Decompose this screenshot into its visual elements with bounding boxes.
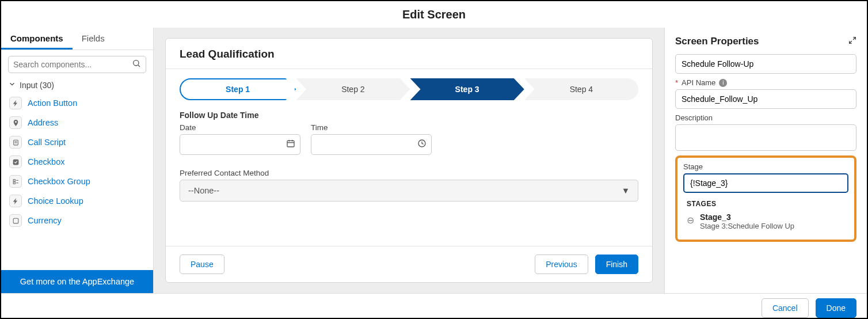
description-label: Description bbox=[675, 113, 856, 122]
properties-panel: Screen Properties API Name i Description… bbox=[664, 28, 867, 293]
api-name-label: API Name i bbox=[675, 78, 856, 87]
stage-node-icon: ⊖ bbox=[687, 215, 694, 226]
component-label: Currency bbox=[28, 216, 62, 225]
stage-option-subtitle: Stage 3:Schedule Follow Up bbox=[700, 222, 794, 230]
left-panel: Components Fields Input (30) bbox=[1, 28, 154, 293]
info-icon[interactable]: i bbox=[719, 79, 727, 87]
chevron-down-icon bbox=[8, 80, 16, 90]
svg-rect-11 bbox=[287, 140, 294, 147]
component-call-script[interactable]: Call Script bbox=[6, 132, 149, 152]
svg-line-17 bbox=[850, 41, 852, 43]
component-currency[interactable]: Currency bbox=[6, 211, 149, 230]
stage-option-title: Stage_3 bbox=[700, 212, 794, 222]
date-input-wrap[interactable] bbox=[180, 134, 300, 155]
previous-button[interactable]: Previous bbox=[535, 255, 588, 274]
tab-components[interactable]: Components bbox=[1, 28, 73, 50]
time-input[interactable] bbox=[316, 140, 417, 149]
svg-rect-10 bbox=[13, 218, 18, 223]
properties-header: Screen Properties bbox=[675, 36, 759, 47]
caret-down-icon: ▼ bbox=[622, 186, 630, 195]
date-input[interactable] bbox=[185, 140, 286, 149]
component-checkbox-group[interactable]: Checkbox Group bbox=[6, 172, 149, 191]
search-input-wrap[interactable] bbox=[8, 56, 146, 73]
contact-method-value: --None-- bbox=[188, 186, 219, 195]
search-input[interactable] bbox=[13, 60, 132, 69]
tab-fields[interactable]: Fields bbox=[73, 28, 114, 50]
path-step-2[interactable]: Step 2 bbox=[296, 78, 410, 100]
calendar-icon bbox=[286, 139, 295, 150]
label-input[interactable] bbox=[675, 54, 856, 74]
expand-icon[interactable] bbox=[848, 36, 856, 47]
modal-title: Edit Screen bbox=[1, 1, 867, 28]
finish-button[interactable]: Finish bbox=[595, 255, 638, 274]
screen-title: Lead Qualification bbox=[166, 39, 652, 69]
followup-section-label: Follow Up Date Time bbox=[180, 111, 638, 120]
component-label: Address bbox=[28, 118, 58, 127]
component-label: Action Button bbox=[28, 98, 77, 108]
component-label: Call Script bbox=[28, 138, 66, 147]
stage-label: Stage bbox=[683, 162, 848, 171]
clock-icon bbox=[417, 139, 427, 150]
stage-dropdown-header: STAGES bbox=[683, 198, 848, 210]
cancel-button[interactable]: Cancel bbox=[762, 298, 809, 318]
path-step-3[interactable]: Step 3 bbox=[410, 78, 524, 100]
check-icon bbox=[9, 155, 22, 168]
search-icon bbox=[132, 59, 141, 70]
currency-icon bbox=[9, 214, 22, 227]
component-address[interactable]: Address bbox=[6, 113, 149, 132]
svg-rect-6 bbox=[13, 179, 15, 181]
stage-input[interactable] bbox=[683, 173, 848, 193]
api-name-label-text: API Name bbox=[682, 78, 715, 87]
path-step-1[interactable]: Step 1 bbox=[180, 78, 296, 100]
date-label: Date bbox=[180, 123, 300, 132]
component-group-label: Input (30) bbox=[20, 81, 54, 90]
component-action-button[interactable]: Action Button bbox=[6, 93, 149, 113]
svg-rect-5 bbox=[13, 159, 18, 165]
svg-rect-7 bbox=[13, 182, 15, 184]
api-name-input[interactable] bbox=[675, 89, 856, 109]
contact-method-label: Preferred Contact Method bbox=[180, 169, 638, 177]
contact-method-select[interactable]: --None-- ▼ bbox=[180, 180, 638, 202]
stage-dropdown: STAGES ⊖ Stage_3 Stage 3:Schedule Follow… bbox=[683, 198, 848, 233]
bolt-icon bbox=[9, 97, 22, 109]
pause-button[interactable]: Pause bbox=[180, 255, 224, 274]
component-group-header[interactable]: Input (30) bbox=[1, 77, 153, 93]
time-label: Time bbox=[311, 123, 432, 132]
progress-path: Step 1 Step 2 Step 3 Step 4 bbox=[180, 78, 638, 100]
svg-line-16 bbox=[853, 37, 855, 40]
component-label: Choice Lookup bbox=[28, 196, 83, 206]
component-checkbox[interactable]: Checkbox bbox=[6, 152, 149, 172]
canvas-area: Lead Qualification Step 1 Step 2 Step 3 … bbox=[154, 28, 664, 293]
checklist-icon bbox=[9, 175, 22, 188]
description-input[interactable] bbox=[675, 124, 856, 151]
component-label: Checkbox bbox=[28, 157, 64, 166]
svg-line-1 bbox=[138, 65, 140, 67]
script-icon bbox=[9, 136, 22, 149]
component-label: Checkbox Group bbox=[28, 177, 90, 186]
appexchange-link[interactable]: Get more on the AppExchange bbox=[1, 270, 153, 293]
time-input-wrap[interactable] bbox=[311, 134, 432, 155]
pin-icon bbox=[9, 116, 22, 129]
modal-footer: Cancel Done bbox=[1, 293, 867, 318]
svg-point-0 bbox=[134, 60, 139, 66]
done-button[interactable]: Done bbox=[816, 298, 856, 318]
path-step-4[interactable]: Step 4 bbox=[524, 78, 638, 100]
stage-option-stage-3[interactable]: ⊖ Stage_3 Stage 3:Schedule Follow Up bbox=[683, 210, 848, 233]
component-choice-lookup[interactable]: Choice Lookup bbox=[6, 191, 149, 211]
stage-field-highlight: Stage STAGES ⊖ Stage_3 Stage 3:Schedule … bbox=[675, 155, 856, 242]
lookup-icon bbox=[9, 195, 22, 207]
